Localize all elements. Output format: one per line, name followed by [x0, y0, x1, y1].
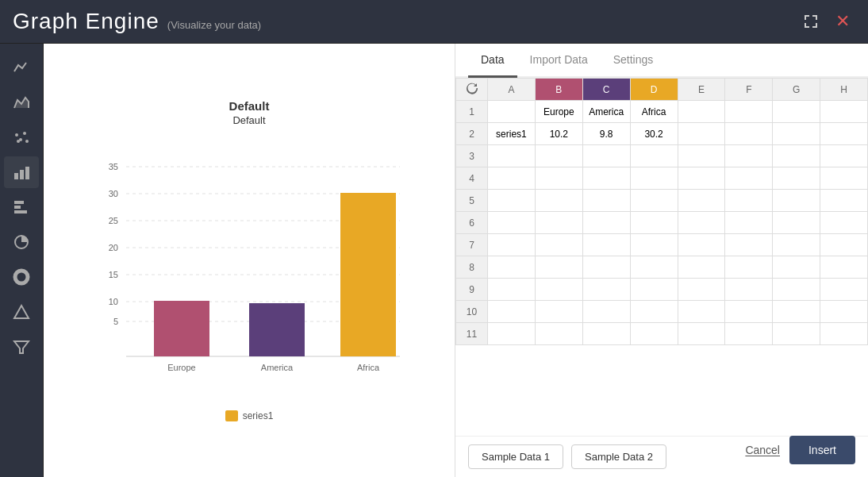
cell[interactable]	[488, 212, 536, 234]
cell[interactable]	[535, 256, 582, 279]
cell[interactable]	[535, 190, 582, 212]
cell[interactable]	[630, 145, 678, 167]
cell[interactable]	[820, 145, 868, 167]
cell[interactable]	[582, 256, 630, 279]
sidebar-item-scatter[interactable]	[4, 121, 39, 153]
cell[interactable]	[820, 279, 868, 301]
sidebar-item-bar-v[interactable]	[4, 156, 39, 188]
cell[interactable]	[725, 256, 773, 279]
cancel-button[interactable]: Cancel	[745, 444, 780, 456]
cell[interactable]	[725, 167, 773, 190]
cell[interactable]	[820, 123, 868, 145]
sidebar-item-triangle[interactable]	[4, 296, 39, 328]
cell[interactable]	[678, 167, 725, 190]
cell[interactable]	[820, 256, 868, 279]
cell[interactable]	[773, 301, 820, 323]
cell[interactable]	[725, 323, 773, 345]
cell[interactable]	[535, 279, 582, 301]
cell[interactable]	[725, 190, 773, 212]
sidebar-item-filter[interactable]	[4, 331, 39, 363]
cell[interactable]	[630, 190, 678, 212]
tab-data[interactable]: Data	[468, 44, 517, 78]
sample-data-1-button[interactable]: Sample Data 1	[468, 444, 563, 469]
cell[interactable]	[820, 167, 868, 190]
cell[interactable]	[678, 301, 725, 323]
cell[interactable]	[582, 279, 630, 301]
cell[interactable]	[773, 167, 820, 190]
cell[interactable]	[773, 145, 820, 167]
cell[interactable]	[773, 234, 820, 256]
cell[interactable]	[630, 167, 678, 190]
cell[interactable]	[820, 212, 868, 234]
cell[interactable]	[678, 190, 725, 212]
cell[interactable]	[820, 323, 868, 345]
cell[interactable]	[488, 167, 536, 190]
close-button[interactable]: ✕	[830, 9, 855, 34]
cell[interactable]	[820, 234, 868, 256]
cell[interactable]	[725, 212, 773, 234]
cell[interactable]	[535, 167, 582, 190]
cell[interactable]	[582, 145, 630, 167]
cell[interactable]	[773, 256, 820, 279]
cell[interactable]	[488, 323, 536, 345]
cell[interactable]	[820, 101, 868, 123]
data-grid-container[interactable]: A B C D E F G H 1234567891011	[455, 78, 868, 436]
cell[interactable]	[725, 301, 773, 323]
cell[interactable]	[488, 234, 536, 256]
sidebar-item-pie[interactable]	[4, 226, 39, 258]
cell[interactable]	[535, 212, 582, 234]
insert-button[interactable]: Insert	[789, 436, 855, 464]
cell[interactable]	[773, 123, 820, 145]
cell[interactable]	[582, 101, 630, 123]
cell[interactable]	[630, 123, 678, 145]
cell[interactable]	[678, 279, 725, 301]
cell[interactable]	[582, 190, 630, 212]
cell[interactable]	[582, 234, 630, 256]
cell[interactable]	[488, 101, 536, 123]
cell[interactable]	[535, 301, 582, 323]
sample-data-2-button[interactable]: Sample Data 2	[571, 444, 666, 469]
cell[interactable]	[582, 167, 630, 190]
cell[interactable]	[535, 101, 582, 123]
cell[interactable]	[630, 101, 678, 123]
cell[interactable]	[725, 234, 773, 256]
cell[interactable]	[630, 234, 678, 256]
cell[interactable]	[678, 123, 725, 145]
sidebar-item-donut[interactable]	[4, 261, 39, 293]
cell[interactable]	[535, 323, 582, 345]
cell[interactable]	[582, 123, 630, 145]
cell[interactable]	[773, 212, 820, 234]
tab-settings[interactable]: Settings	[601, 44, 666, 78]
cell[interactable]	[488, 123, 536, 145]
cell[interactable]	[820, 301, 868, 323]
cell[interactable]	[535, 145, 582, 167]
sidebar-item-area[interactable]	[4, 87, 39, 118]
cell[interactable]	[678, 101, 725, 123]
cell[interactable]	[488, 301, 536, 323]
cell[interactable]	[725, 123, 773, 145]
cell[interactable]	[630, 323, 678, 345]
cell[interactable]	[678, 256, 725, 279]
cell[interactable]	[678, 212, 725, 234]
cell[interactable]	[488, 256, 536, 279]
cell[interactable]	[678, 323, 725, 345]
cell[interactable]	[630, 301, 678, 323]
sidebar-item-line[interactable]	[4, 52, 39, 83]
sidebar-item-bar-h[interactable]	[4, 191, 39, 223]
cell[interactable]	[725, 279, 773, 301]
cell[interactable]	[820, 190, 868, 212]
cell[interactable]	[582, 323, 630, 345]
cell[interactable]	[630, 212, 678, 234]
cell[interactable]	[630, 256, 678, 279]
cell[interactable]	[773, 323, 820, 345]
cell[interactable]	[535, 234, 582, 256]
cell[interactable]	[535, 123, 582, 145]
cell[interactable]	[488, 145, 536, 167]
fullscreen-button[interactable]	[798, 9, 824, 34]
cell[interactable]	[678, 234, 725, 256]
cell[interactable]	[488, 279, 536, 301]
cell[interactable]	[582, 301, 630, 323]
cell[interactable]	[773, 190, 820, 212]
cell[interactable]	[582, 212, 630, 234]
cell[interactable]	[678, 145, 725, 167]
